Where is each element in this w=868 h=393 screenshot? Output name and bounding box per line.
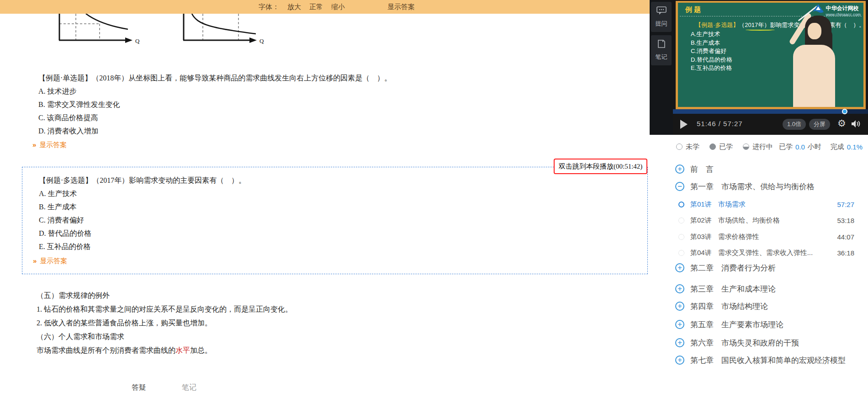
question-stem: 【例题·多选题】（2017年）影响需求变动的主要因素有（ ）。 [39, 174, 647, 187]
outline-lecture-04[interactable]: 第04讲 需求交叉弹性、需求收入弹性... 36:18 [678, 246, 854, 260]
question-2018-single: 【例题·单选题】（2018年）从坐标图上看，能够导致某种商品的需求曲线发生向右上… [38, 71, 392, 149]
show-answer-link-q2[interactable]: »显示答案 [33, 257, 647, 266]
outline-lecture-03[interactable]: 第03讲 需求价格弹性 44:07 [678, 230, 854, 244]
speech-bubble-icon [656, 6, 667, 17]
chevron-icon: » [32, 141, 36, 149]
chevron-icon: » [33, 257, 37, 265]
section5-point1: 1. 钻石的价格和其需求量之间的对应关系不是呈反向变化的，而是呈正向变化。 [37, 303, 292, 316]
chalk-underline [746, 29, 775, 31]
highlighted-term: 水平 [175, 346, 190, 354]
video-controls: 51:46 / 57:27 1.0倍 分屏 ⚙ [673, 114, 868, 135]
outline-lecture-02[interactable]: 第02讲 市场供给、均衡价格 53:18 [678, 213, 854, 227]
playback-speed-button[interactable]: 1.0倍 [783, 119, 806, 130]
question-stem: 【例题·单选题】（2018年）从坐标图上看，能够导致某种商品的需求曲线发生向右上… [38, 71, 392, 85]
option-e: E. 互补品的价格 [39, 240, 647, 253]
lecture-duration: 53:18 [837, 217, 854, 224]
video-progress-handle[interactable] [842, 109, 847, 114]
outline-chapter-7[interactable]: + 第七章 国民收入核算和简单的宏观经济模型 [675, 353, 854, 367]
outline-chapter-6[interactable]: + 第六章 市场失灵和政府的干预 [675, 336, 854, 350]
option-d: D. 替代品的价格 [39, 227, 647, 240]
outline-preface[interactable]: + 前 言 [675, 162, 854, 176]
demand-curve-graph-2: Q [179, 14, 273, 44]
video-player[interactable]: 例题 【例题·多选题】（2017年）影响需求变动的主要因素有（ ）。 A.生产技… [676, 1, 866, 109]
playback-segment-box[interactable]: 【例题·多选题】（2017年）影响需求变动的主要因素有（ ）。 A. 生产技术 … [22, 167, 648, 274]
volume-icon[interactable] [851, 119, 861, 130]
option-b: B. 生产成本 [39, 200, 647, 213]
brand-text: 中华会计网校 www.chinaacc.com [826, 5, 861, 17]
studied-hours: 0.0 [795, 143, 805, 151]
notebook-icon [657, 39, 666, 50]
notes-button[interactable]: 笔记 [651, 35, 672, 65]
study-status-legend: 未学 已学 进行中 [676, 140, 783, 154]
outline-chapter-2[interactable]: + 第二章 消费者行为分析 [675, 261, 854, 275]
split-screen-button[interactable]: 分屏 [809, 119, 830, 130]
font-label: 字体： [259, 3, 279, 11]
section6-line: 市场需求曲线是所有个别消费者需求曲线的水平加总。 [37, 344, 292, 357]
slide-question-stem: 【例题·多选题】（2017年）影响需求变动的主要因素有（ ）。 [695, 21, 863, 29]
page: 字体： 放大 正常 缩小 显示答案 Q [0, 0, 868, 393]
chalkboard-slide: 例题 【例题·多选题】（2017年）影响需求变动的主要因素有（ ）。 A.生产技… [678, 3, 863, 107]
font-normal-button[interactable]: 正常 [309, 3, 323, 11]
outline-chapter-1[interactable]: − 第一章 市场需求、供给与均衡价格 [675, 180, 854, 193]
outline-lecture-01[interactable]: 第01讲 市场需求 57:27 [678, 197, 854, 211]
lecture-duration: 36:18 [837, 249, 854, 257]
tab-qa[interactable]: 答疑 [132, 383, 146, 393]
section5-title: （五）需求规律的例外 [37, 289, 292, 303]
play-icon[interactable] [680, 120, 688, 129]
in-progress-icon [743, 143, 749, 150]
side-strip: 提问 笔记 [650, 0, 673, 135]
expand-icon[interactable]: + [675, 320, 684, 329]
brand-logo-icon [812, 4, 824, 16]
expand-icon[interactable]: + [675, 263, 684, 272]
study-progress-summary: 已学0.0小时 完成0.1% [779, 140, 863, 154]
font-toolbar: 字体： 放大 正常 缩小 显示答案 [0, 0, 650, 14]
show-answer-link-q1[interactable]: »显示答案 [32, 141, 392, 149]
ask-question-button[interactable]: 提问 [651, 2, 672, 32]
lecture-status-icon [678, 218, 684, 223]
expand-icon[interactable]: + [675, 284, 684, 293]
tab-notes[interactable]: 笔记 [182, 383, 196, 393]
q-axis-label: Q [259, 37, 264, 44]
font-zoom-out-button[interactable]: 缩小 [331, 3, 345, 11]
option-a: A. 生产技术 [39, 187, 647, 200]
expand-icon[interactable]: + [675, 338, 684, 347]
notes-section: （五）需求规律的例外 1. 钻石的价格和其需求量之间的对应关系不是呈反向变化的，… [37, 289, 292, 357]
lecture-status-icon [678, 234, 684, 240]
expand-icon[interactable]: + [675, 302, 684, 311]
learned-icon [709, 143, 716, 150]
font-zoom-in-button[interactable]: 放大 [287, 3, 301, 11]
current-lecture-icon [678, 202, 684, 207]
option-c: C. 该商品价格提高 [38, 111, 392, 124]
demand-curve-graph-1: Q [54, 14, 143, 44]
lecture-notes-panel: 字体： 放大 正常 缩小 显示答案 Q [0, 0, 650, 393]
slide-title: 例题 [685, 5, 703, 14]
question-2017-multi: 【例题·多选题】（2017年）影响需求变动的主要因素有（ ）。 A. 生产技术 … [39, 174, 647, 266]
slide-options: A.生产技术 B.生产成本 C.消费者偏好 D.替代品的价格 E.互补品的价格 [691, 30, 732, 73]
outline-chapter-3[interactable]: + 第三章 生产和成本理论 [675, 282, 854, 296]
outline-chapter-5[interactable]: + 第五章 生产要素市场理论 [675, 318, 854, 331]
option-a: A. 技术进步 [38, 85, 392, 98]
q-axis-label: Q [135, 37, 140, 44]
show-answer-toolbar-button[interactable]: 显示答案 [387, 0, 415, 14]
settings-gear-icon[interactable]: ⚙ [837, 118, 846, 129]
expand-icon[interactable]: + [675, 165, 684, 174]
option-b: B. 需求交叉弹性发生变化 [38, 98, 392, 111]
option-c: C. 消费者偏好 [39, 213, 647, 227]
lecture-status-icon [678, 250, 684, 256]
instructor-body [793, 45, 835, 107]
expand-icon[interactable]: + [675, 356, 684, 365]
section6-title: （六）个人需求和市场需求 [37, 330, 292, 344]
section5-point2: 2. 低收入者的某些普通食品价格上涨，购买量也增加。 [37, 316, 292, 330]
instructor-face [808, 23, 821, 39]
jump-playback-tooltip: 双击跳到本段播放(00:51:42) [554, 159, 647, 174]
not-learned-icon [676, 143, 683, 150]
lecture-duration: 44:07 [837, 233, 854, 241]
video-time: 51:46 / 57:27 [697, 120, 743, 127]
collapse-icon[interactable]: − [675, 182, 684, 191]
lecture-duration: 57:27 [837, 201, 854, 208]
option-d: D. 消费者收入增加 [38, 124, 392, 138]
outline-chapter-4[interactable]: + 第四章 市场结构理论 [675, 299, 854, 313]
video-progress-fill [673, 109, 845, 114]
video-progress-bar[interactable] [673, 109, 868, 114]
complete-percent: 0.1% [847, 143, 863, 151]
